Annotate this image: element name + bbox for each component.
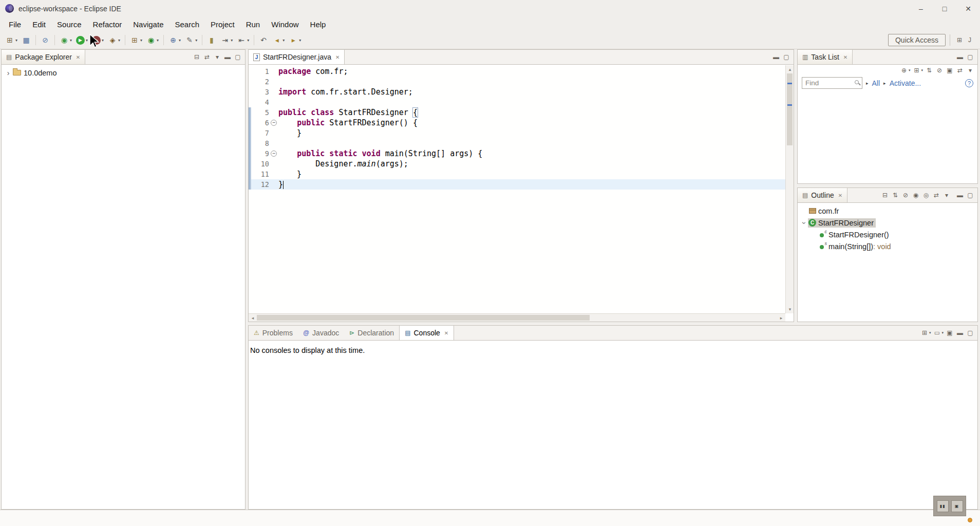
open-perspective-button[interactable]: ⊞	[954, 36, 965, 44]
dropdown-arrow-icon[interactable]: ▾	[231, 38, 233, 43]
close-icon[interactable]: ✕	[444, 330, 448, 336]
link-with-editor-button[interactable]: ⇄	[202, 53, 212, 61]
maximize-button[interactable]: ▢	[781, 53, 791, 61]
minimize-button[interactable]: ▬	[955, 53, 965, 61]
dropdown-arrow-icon[interactable]: ▾	[179, 38, 181, 43]
dropdown-arrow-icon[interactable]: ▾	[247, 38, 249, 43]
debug-button[interactable]: ◉▾	[58, 34, 73, 46]
dropdown-arrow-icon[interactable]: ▾	[282, 38, 285, 43]
scroll-left-icon[interactable]: ◂	[249, 314, 257, 322]
hide-static-members-button[interactable]: ◉	[911, 191, 921, 199]
tab-problems[interactable]: ⚠Problems	[249, 326, 298, 340]
hide-fields-button[interactable]: ⊘	[900, 191, 911, 199]
dropdown-arrow-icon[interactable]: ▾	[921, 68, 923, 72]
dropdown-arrow-icon[interactable]: ▾	[929, 331, 931, 335]
maximize-button[interactable]: ▢	[233, 53, 243, 61]
quick-access-button[interactable]: Quick Access	[888, 34, 946, 46]
collapse-icon[interactable]: −	[271, 151, 277, 157]
code-line-1[interactable]: 1package com.fr;	[249, 66, 785, 77]
deactivate-task-button[interactable]: ▣	[945, 66, 955, 74]
dropdown-arrow-icon[interactable]: ▾	[15, 38, 17, 43]
scroll-up-icon[interactable]: ▴	[786, 65, 794, 73]
dropdown-arrow-icon[interactable]: ▾	[70, 38, 72, 43]
code-line-7[interactable]: 7 }	[249, 128, 785, 138]
minimize-button[interactable]: ▬	[955, 329, 965, 337]
outline-item-main-string-[interactable]: ›smain(String[]) : void	[798, 240, 977, 252]
pin-console-button[interactable]: ▣	[945, 329, 955, 337]
tab-startfrdesigner-java[interactable]: J StartFRDesigner.java ✕	[249, 50, 345, 64]
view-menu-button[interactable]: ▾	[212, 53, 222, 61]
tab-package-explorer[interactable]: ▤ Package Explorer ✕	[2, 50, 85, 64]
expander-icon[interactable]: ›	[5, 69, 12, 77]
new-task-button[interactable]: ⊕▾	[899, 66, 912, 74]
display-selected-console-button[interactable]: ▭▾	[932, 329, 945, 337]
close-icon[interactable]: ✕	[335, 54, 340, 60]
next-annotation-button[interactable]: ⇥▾	[219, 34, 234, 46]
hide-non-public-members-button[interactable]: ◎	[921, 191, 931, 199]
menu-source[interactable]: Source	[51, 18, 87, 31]
categorized-button[interactable]: ⊞▾	[911, 66, 924, 74]
new-java-project-button[interactable]: ⊞▾	[128, 34, 144, 46]
open-console-button[interactable]: ⊞▾	[919, 329, 932, 337]
stop-button[interactable]: ▣	[951, 500, 963, 512]
menu-search[interactable]: Search	[169, 18, 205, 31]
run-external-tools-button[interactable]: ◈▾	[106, 34, 122, 46]
dropdown-arrow-icon[interactable]: ▾	[299, 38, 301, 43]
menu-run[interactable]: Run	[240, 18, 266, 31]
dropdown-arrow-icon[interactable]: ▾	[140, 38, 142, 43]
menu-refactor[interactable]: Refactor	[87, 18, 128, 31]
close-icon[interactable]: ✕	[76, 54, 80, 60]
code-line-10[interactable]: 10 Designer.main(args);	[249, 159, 785, 169]
java-perspective-button[interactable]: J	[965, 36, 975, 44]
find-input[interactable]	[802, 77, 862, 89]
notification-dot-icon[interactable]	[968, 518, 972, 522]
menu-project[interactable]: Project	[205, 18, 240, 31]
dropdown-arrow-icon[interactable]: ▾	[86, 38, 88, 43]
tab-javadoc[interactable]: @Javadoc	[298, 326, 344, 340]
outline-item-startfrdesigner-[interactable]: ›cStartFRDesigner()	[798, 229, 977, 240]
skip-all-breakpoints-button[interactable]: ⊘	[39, 34, 51, 46]
code-line-6[interactable]: 6− public StartFRDesigner() {	[249, 118, 785, 128]
maximize-button[interactable]: ▢	[965, 191, 975, 199]
back-button[interactable]: ◂▾	[271, 34, 286, 46]
maximize-button[interactable]: ▢	[965, 329, 975, 337]
link-with-editor-button[interactable]: ⇄	[931, 191, 941, 199]
run-button[interactable]: ▶▾	[74, 34, 89, 46]
toggle-mark-occurrences-button[interactable]: ▮	[205, 34, 218, 46]
code-line-8[interactable]: 8	[249, 138, 785, 148]
vertical-scrollbar[interactable]: ▴ ▾	[785, 65, 794, 313]
tab-console[interactable]: ▤Console✕	[399, 326, 454, 340]
menu-help[interactable]: Help	[305, 18, 332, 31]
menu-navigate[interactable]: Navigate	[127, 18, 169, 31]
scroll-right-icon[interactable]: ▸	[777, 314, 785, 322]
open-task-button[interactable]: ⊕▾	[167, 34, 182, 46]
collapse-all-button[interactable]: ⊟	[192, 53, 202, 61]
pause-button[interactable]: ▮▮	[937, 500, 949, 512]
code-line-9[interactable]: 9− public static void main(String[] args…	[249, 148, 785, 159]
previous-annotation-button[interactable]: ⇤▾	[235, 34, 251, 46]
activate-link[interactable]: Activate...	[890, 79, 921, 87]
all-link[interactable]: All	[872, 79, 880, 87]
code-line-2[interactable]: 2	[249, 77, 785, 87]
vertical-scroll-thumb[interactable]	[787, 73, 793, 145]
search-button[interactable]: ✎▾	[183, 34, 199, 46]
dropdown-arrow-icon[interactable]: ▾	[157, 38, 159, 43]
maximize-button[interactable]: ▢	[965, 53, 975, 61]
dropdown-arrow-icon[interactable]: ▾	[941, 331, 944, 335]
tab-declaration[interactable]: ⊳Declaration	[344, 326, 399, 340]
link-with-editor-button[interactable]: ⇄	[955, 66, 965, 74]
new-wizard-button[interactable]: ⊞▾	[4, 34, 19, 46]
code-editor[interactable]: 1package com.fr;23import com.fr.start.De…	[249, 65, 785, 313]
scroll-down-icon[interactable]: ▾	[786, 305, 794, 313]
view-menu-button[interactable]: ▾	[941, 191, 952, 199]
close-icon[interactable]: ✕	[838, 193, 842, 198]
close-window-button[interactable]: ✕	[956, 0, 980, 17]
sort-button[interactable]: ⇅	[890, 191, 900, 199]
dropdown-arrow-icon[interactable]: ▾	[102, 38, 104, 43]
help-icon[interactable]: ?	[965, 79, 973, 87]
code-line-12[interactable]: 12}	[249, 179, 785, 190]
hide-completed-button[interactable]: ⊘	[934, 66, 945, 74]
horizontal-scrollbar[interactable]: ◂ ▸	[249, 313, 785, 322]
collapse-all-button[interactable]: ⊟	[880, 191, 890, 199]
tab-outline[interactable]: ▤ Outline ✕	[798, 188, 847, 202]
